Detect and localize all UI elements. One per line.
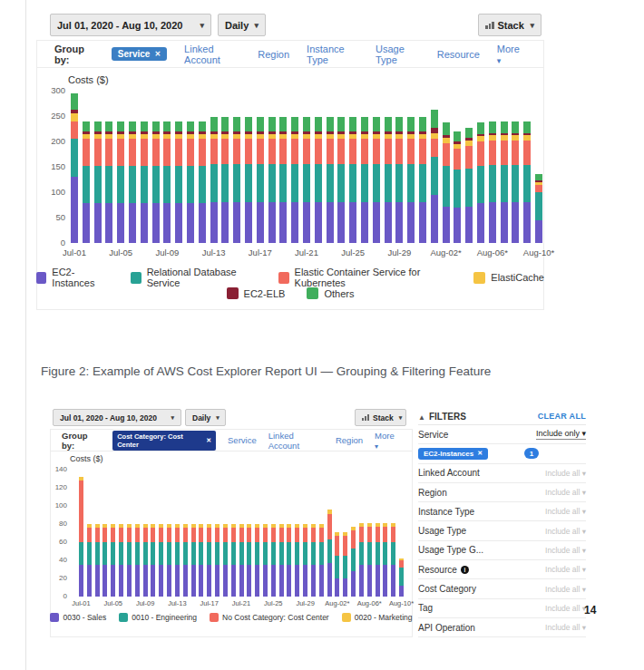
close-icon[interactable]: ✕ bbox=[154, 50, 161, 58]
bar-Aug-05[interactable] bbox=[477, 122, 484, 243]
bar-Jul-14[interactable] bbox=[221, 117, 229, 243]
bar-Jul-03[interactable] bbox=[94, 121, 102, 243]
bar-Aug-08[interactable] bbox=[383, 523, 387, 597]
filter-value-dropdown[interactable]: Include all ▾ bbox=[545, 585, 586, 594]
bar-Jul-17[interactable] bbox=[257, 117, 264, 243]
bar-Jul-14[interactable] bbox=[183, 524, 188, 597]
granularity-dropdown-2[interactable]: Daily ▾ bbox=[185, 409, 226, 426]
legend-item-elastic-container-service-for-kubernetes[interactable]: Elastic Container Service for Kubernetes bbox=[278, 267, 452, 288]
group-by-option-region[interactable]: Region bbox=[258, 49, 289, 60]
chart-style-dropdown[interactable]: Stack ▾ bbox=[478, 14, 542, 36]
group-by-option-resource[interactable]: Resource bbox=[437, 49, 480, 60]
legend-item-no-cost-category-cost-center[interactable]: No Cost Category: Cost Center bbox=[210, 613, 329, 622]
filter-chip-ec2-instances[interactable]: EC2-Instances✕ bbox=[418, 448, 488, 460]
bar-Jul-07[interactable] bbox=[141, 121, 148, 243]
bar-Jul-03[interactable] bbox=[95, 524, 100, 597]
bar-Jul-13[interactable] bbox=[210, 117, 218, 243]
filter-value-dropdown[interactable]: Include all ▾ bbox=[545, 469, 586, 478]
bar-Jul-23[interactable] bbox=[255, 524, 259, 597]
bar-Aug-09[interactable] bbox=[523, 121, 531, 243]
bar-Jul-27[interactable] bbox=[373, 117, 380, 243]
group-by-option-linked-account[interactable]: Linked Account bbox=[268, 431, 324, 451]
group-by-option-linked-account[interactable]: Linked Account bbox=[184, 44, 240, 65]
bar-Jul-30[interactable] bbox=[407, 117, 415, 243]
bar-Jul-20[interactable] bbox=[231, 524, 236, 597]
bar-Aug-09[interactable] bbox=[391, 523, 395, 597]
info-icon[interactable]: i bbox=[461, 566, 469, 574]
bar-Jul-22[interactable] bbox=[247, 524, 251, 597]
legend-item-ec2-elb[interactable]: EC2-ELB bbox=[227, 287, 286, 299]
bar-Jul-01[interactable] bbox=[71, 93, 78, 243]
filter-value-dropdown[interactable]: Include all ▾ bbox=[545, 488, 586, 497]
bar-Jul-02[interactable] bbox=[87, 524, 92, 597]
bar-Jul-06[interactable] bbox=[129, 121, 136, 243]
bar-Jul-07[interactable] bbox=[127, 524, 132, 597]
bar-Jul-24[interactable] bbox=[263, 524, 268, 597]
bar-Aug-04[interactable] bbox=[351, 527, 356, 597]
bar-Aug-05[interactable] bbox=[359, 523, 364, 597]
legend-item-ec2-instances[interactable]: EC2-Instances bbox=[36, 267, 109, 288]
legend-item-0030-sales[interactable]: 0030 - Sales bbox=[50, 613, 106, 622]
bar-Jul-02[interactable] bbox=[83, 121, 90, 243]
bar-Jul-05[interactable] bbox=[117, 121, 124, 243]
bar-Jul-09[interactable] bbox=[143, 524, 148, 597]
bar-Jul-08[interactable] bbox=[152, 121, 160, 243]
bar-Jul-04[interactable] bbox=[102, 524, 107, 597]
bar-Jul-11[interactable] bbox=[159, 524, 163, 597]
group-by-option-instance-type[interactable]: Instance Type bbox=[307, 44, 358, 65]
filter-value-dropdown[interactable]: Include all ▾ bbox=[545, 546, 586, 555]
granularity-dropdown[interactable]: Daily ▾ bbox=[218, 14, 266, 36]
bar-Aug-02[interactable] bbox=[335, 532, 339, 597]
bar-Jul-30[interactable] bbox=[311, 524, 316, 597]
filter-value-dropdown[interactable]: Include all ▾ bbox=[545, 565, 586, 574]
group-by-option-usage-type[interactable]: Usage Type bbox=[376, 44, 420, 65]
bar-Jul-16[interactable] bbox=[199, 524, 203, 597]
clear-all-button[interactable]: CLEAR ALL bbox=[538, 412, 586, 421]
bar-Aug-01[interactable] bbox=[431, 110, 438, 243]
bar-Jul-28[interactable] bbox=[295, 524, 299, 597]
bar-Aug-02[interactable] bbox=[443, 122, 450, 243]
bar-Aug-01[interactable] bbox=[327, 510, 332, 597]
group-by-option-region[interactable]: Region bbox=[336, 435, 363, 445]
bar-Jul-18[interactable] bbox=[215, 524, 220, 597]
bar-Aug-10[interactable] bbox=[535, 174, 542, 243]
bar-Jul-13[interactable] bbox=[175, 524, 180, 597]
filter-value-dropdown[interactable]: Include all ▾ bbox=[545, 527, 586, 536]
bar-Jul-10[interactable] bbox=[151, 524, 155, 597]
bar-Jul-05[interactable] bbox=[111, 524, 115, 597]
bar-Jul-10[interactable] bbox=[175, 121, 182, 243]
group-by-more-dropdown[interactable]: More ▾ bbox=[497, 44, 543, 65]
bar-Jul-18[interactable] bbox=[268, 117, 276, 243]
close-icon[interactable]: ✕ bbox=[206, 437, 211, 444]
bar-Aug-07[interactable] bbox=[501, 121, 508, 243]
bar-Jul-26[interactable] bbox=[361, 117, 368, 243]
bar-Aug-08[interactable] bbox=[512, 121, 519, 243]
chart-style-dropdown-2[interactable]: Stack ▾ bbox=[355, 409, 406, 426]
bar-Aug-04[interactable] bbox=[465, 128, 473, 243]
bar-Jul-29[interactable] bbox=[395, 117, 403, 243]
legend-item-others[interactable]: Others bbox=[307, 287, 354, 299]
bar-Jul-09[interactable] bbox=[163, 121, 171, 243]
legend-item-0020-marketing[interactable]: 0020 - Marketing bbox=[342, 613, 413, 622]
close-icon[interactable]: ✕ bbox=[477, 450, 483, 457]
legend-item-elasticache[interactable]: ElastiCache bbox=[473, 272, 544, 284]
bar-Jul-20[interactable] bbox=[291, 117, 298, 243]
bar-Jul-01[interactable] bbox=[79, 477, 83, 597]
bar-Aug-10[interactable] bbox=[399, 558, 404, 597]
bar-Aug-03[interactable] bbox=[454, 131, 461, 243]
legend-item-relational-database-service[interactable]: Relational Database Service bbox=[131, 267, 257, 288]
bar-Jul-04[interactable] bbox=[105, 121, 112, 243]
bar-Jul-16[interactable] bbox=[245, 117, 252, 243]
bar-Jul-12[interactable] bbox=[167, 524, 171, 597]
date-range-dropdown-2[interactable]: Jul 01, 2020 - Aug 10, 2020 ▾ bbox=[53, 409, 181, 426]
bar-Jul-25[interactable] bbox=[271, 524, 276, 597]
bar-Jul-31[interactable] bbox=[419, 117, 426, 243]
bar-Jul-21[interactable] bbox=[303, 117, 310, 243]
bar-Jul-15[interactable] bbox=[191, 524, 196, 597]
filter-value-dropdown[interactable]: Include all ▾ bbox=[545, 604, 586, 613]
filter-value-dropdown[interactable]: Include all ▾ bbox=[545, 623, 586, 632]
bar-Aug-03[interactable] bbox=[343, 532, 347, 597]
group-by-more-dropdown[interactable]: More ▾ bbox=[375, 431, 412, 451]
bar-Jul-27[interactable] bbox=[287, 524, 291, 597]
group-by-chip-cost-category[interactable]: Cost Category: Cost Center ✕ bbox=[112, 431, 216, 451]
